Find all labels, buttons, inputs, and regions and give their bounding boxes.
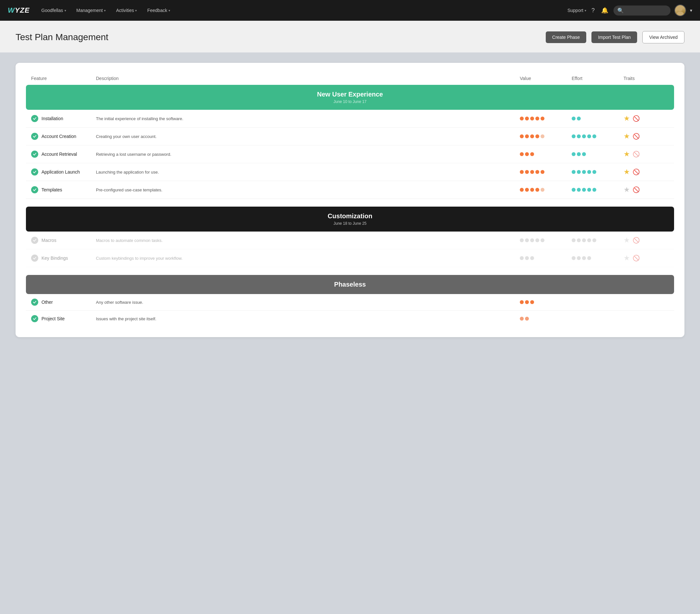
svg-point-0 xyxy=(678,7,682,11)
star-icon: ★ xyxy=(624,114,630,123)
star-icon: ★ xyxy=(624,150,630,158)
feature-desc: Launching the application for use. xyxy=(96,170,520,175)
feature-row-other: Other Any other software issue. xyxy=(26,294,674,310)
nav-item-activities[interactable]: Activities ▾ xyxy=(112,5,141,15)
value-dots xyxy=(520,117,572,120)
avatar[interactable] xyxy=(674,4,686,16)
feature-row-account-creation: Account Creation Creating your own user … xyxy=(26,128,674,145)
svg-point-1 xyxy=(677,12,684,16)
user-menu-chevron[interactable]: ▾ xyxy=(690,8,692,13)
feature-desc: The initial experience of installing the… xyxy=(96,116,520,121)
feature-name: Account Creation xyxy=(31,133,96,140)
value-dots xyxy=(520,188,572,192)
feature-row-macros: Macros Macros to automate common tasks. … xyxy=(26,232,674,250)
phase-title-nue: New User Experience xyxy=(34,91,666,98)
logo[interactable]: WYZE xyxy=(8,6,30,15)
phase-header-phaseless: Phaseless xyxy=(26,275,674,294)
feature-desc: Creating your own user account. xyxy=(96,134,520,139)
main-content: Feature Description Value Effort Traits … xyxy=(0,52,700,347)
avatar-image xyxy=(675,5,685,15)
effort-dots xyxy=(572,135,624,138)
chevron-down-icon: ▾ xyxy=(585,9,586,12)
no-user-icon: 🚫 xyxy=(633,237,640,244)
check-icon xyxy=(31,151,38,158)
traits-cell: ★ 🚫 xyxy=(624,186,669,194)
effort-dots xyxy=(572,152,624,156)
nav-item-feedback[interactable]: Feedback ▾ xyxy=(143,5,174,15)
navbar: WYZE Goodfellas ▾ Management ▾ Activitie… xyxy=(0,0,700,21)
value-dots xyxy=(520,317,572,321)
nav-right: Support ▾ ? 🔔 🔍 ▾ xyxy=(567,4,692,16)
col-effort: Effort xyxy=(572,76,624,81)
feature-desc: Retrieving a lost username or password. xyxy=(96,152,520,157)
value-dots xyxy=(520,135,572,138)
feature-name: Key Bindings xyxy=(31,255,96,262)
feature-desc: Custom keybindings to improve your workf… xyxy=(96,256,520,261)
table-header: Feature Description Value Effort Traits xyxy=(26,73,674,85)
traits-cell: ★ 🚫 xyxy=(624,114,669,123)
feature-row-account-retrieval: Account Retrieval Retrieving a lost user… xyxy=(26,145,674,163)
no-user-icon: 🚫 xyxy=(633,168,640,176)
effort-dots xyxy=(572,170,624,174)
check-icon xyxy=(31,237,38,244)
page-header: Test Plan Management Create Phase Import… xyxy=(0,21,700,52)
chevron-down-icon: ▾ xyxy=(104,9,105,12)
feature-name: Application Launch xyxy=(31,168,96,176)
feature-desc: Any other software issue. xyxy=(96,300,520,305)
import-test-plan-button[interactable]: Import Test Plan xyxy=(591,31,637,43)
chevron-down-icon: ▾ xyxy=(64,9,66,12)
traits-cell: ★ 🚫 xyxy=(624,132,669,141)
create-phase-button[interactable]: Create Phase xyxy=(546,31,587,43)
effort-dots xyxy=(572,256,624,260)
phase-header-customization: Customization June 18 to June 25 xyxy=(26,207,674,232)
no-user-icon: 🚫 xyxy=(633,186,640,193)
star-icon: ★ xyxy=(624,168,630,176)
check-icon xyxy=(31,315,38,322)
star-icon: ★ xyxy=(624,254,630,262)
support-menu[interactable]: Support ▾ xyxy=(567,8,586,13)
feature-desc: Issues with the project site itself. xyxy=(96,316,520,321)
check-icon xyxy=(31,115,38,122)
bell-icon[interactable]: 🔔 xyxy=(600,5,610,15)
search-bar[interactable]: 🔍 xyxy=(613,5,671,15)
search-input[interactable] xyxy=(626,8,665,13)
no-user-icon: 🚫 xyxy=(633,255,640,262)
feature-row-key-bindings: Key Bindings Custom keybindings to impro… xyxy=(26,250,674,267)
col-value: Value xyxy=(520,76,572,81)
help-icon[interactable]: ? xyxy=(590,6,596,15)
feature-name: Other xyxy=(31,298,96,306)
page-title: Test Plan Management xyxy=(15,32,540,42)
traits-cell: ★ 🚫 xyxy=(624,236,669,244)
no-user-icon: 🚫 xyxy=(633,151,640,158)
value-dots xyxy=(520,152,572,156)
feature-name: Templates xyxy=(31,186,96,193)
effort-dots xyxy=(572,117,624,120)
col-description: Description xyxy=(96,76,520,81)
nav-item-management[interactable]: Management ▾ xyxy=(73,5,110,15)
feature-name: Macros xyxy=(31,237,96,244)
traits-cell: ★ 🚫 xyxy=(624,254,669,262)
feature-name: Account Retrieval xyxy=(31,151,96,158)
feature-desc: Macros to automate common tasks. xyxy=(96,238,520,243)
effort-dots xyxy=(572,238,624,242)
col-traits: Traits xyxy=(624,76,669,81)
check-icon xyxy=(31,298,38,306)
phase-dates-customization: June 18 to June 25 xyxy=(34,221,666,226)
feature-name: Installation xyxy=(31,115,96,122)
feature-row-project-site: Project Site Issues with the project sit… xyxy=(26,310,674,327)
feature-name: Project Site xyxy=(31,315,96,322)
no-user-icon: 🚫 xyxy=(633,133,640,140)
chevron-down-icon: ▾ xyxy=(168,9,170,12)
chevron-down-icon: ▾ xyxy=(135,9,137,12)
feature-row-installation: Installation The initial experience of i… xyxy=(26,110,674,128)
check-icon xyxy=(31,133,38,140)
star-icon: ★ xyxy=(624,186,630,194)
value-dots xyxy=(520,238,572,242)
phase-dates-nue: June 10 to June 17 xyxy=(34,99,666,104)
effort-dots xyxy=(572,188,624,192)
check-icon xyxy=(31,255,38,262)
feature-row-templates: Templates Pre-configured use-case templa… xyxy=(26,181,674,199)
view-archived-button[interactable]: View Archived xyxy=(642,31,685,43)
nav-item-goodfellas[interactable]: Goodfellas ▾ xyxy=(38,5,70,15)
feature-row-app-launch: Application Launch Launching the applica… xyxy=(26,163,674,181)
